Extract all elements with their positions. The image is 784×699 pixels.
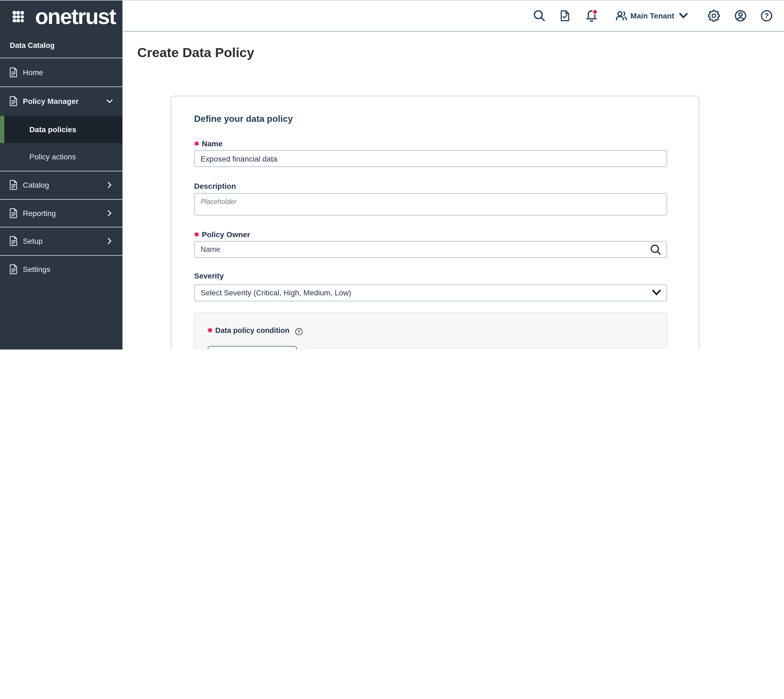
svg-text:?: ? <box>764 12 769 20</box>
svg-text:?: ? <box>297 329 300 335</box>
